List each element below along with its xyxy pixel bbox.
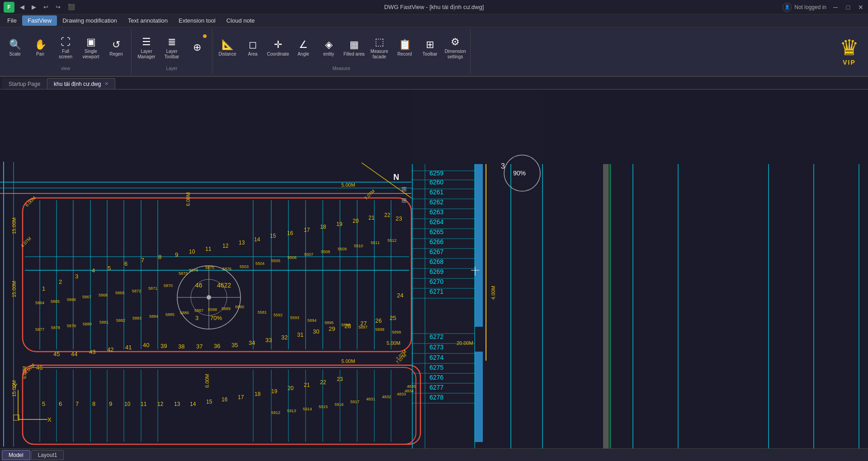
tab-close-icon[interactable]: ✕ [104,81,108,87]
svg-text:40: 40 [143,342,149,348]
quick-btn-redo[interactable]: ↪ [54,3,62,11]
layer-manager-label: LayerManager [137,49,155,60]
entity-label: entity [323,52,334,57]
filled-area-icon: ▦ [349,40,359,50]
coordinate-icon: ✛ [274,40,282,50]
layout-tab-model-label: Model [9,452,24,458]
menu-fastview[interactable]: FastView [22,15,57,26]
app-logo: F [4,2,14,13]
svg-text:6268: 6268 [429,258,443,265]
entity-button[interactable]: ◈ entity [316,33,341,64]
area-button[interactable]: ◻ Area [241,33,265,64]
menu-file[interactable]: File [2,15,22,26]
measure-group-label: Measure [333,66,350,71]
layout-tab-layout1[interactable]: Layout1 [31,450,64,460]
close-button[interactable]: ✕ [857,4,864,11]
svg-text:5870: 5870 [164,283,173,288]
layer-manager-icon: ☰ [142,37,151,47]
regen-button[interactable]: ↺ Regen [104,33,128,64]
svg-text:5878: 5878 [51,325,60,330]
regen-icon: ↺ [112,40,120,50]
svg-text:6275: 6275 [429,364,443,371]
svg-text:4834: 4834 [405,389,414,393]
dimension-settings-button[interactable]: ⚙ Dimensionsettings [443,33,467,64]
record-button[interactable]: 📋 Record [392,33,417,64]
svg-text:5898: 5898 [375,327,384,332]
distance-button[interactable]: 📐 Distance [215,33,240,64]
svg-text:6266: 6266 [429,238,443,245]
distance-icon: 📐 [222,40,234,50]
angle-button[interactable]: ∠ Angle [291,33,316,64]
svg-text:6: 6 [124,260,127,267]
svg-text:13: 13 [239,240,245,246]
record-icon: 📋 [399,40,411,50]
svg-text:11: 11 [141,401,147,407]
svg-text:5: 5 [108,265,111,272]
layer-toolbar-button[interactable]: ≣ LayerToolbar [160,33,184,64]
svg-text:5880: 5880 [83,322,92,326]
svg-text:10: 10 [189,249,195,255]
svg-text:22: 22 [320,379,326,386]
toolbar-group-view: 🔍 Scale ✋ Pan ⛶ Fullscreen ▣ Singleviewp… [0,29,132,74]
svg-text:15.00M: 15.00M [11,217,17,234]
svg-text:37: 37 [196,343,203,350]
svg-text:8: 8 [92,400,95,407]
svg-text:26: 26 [375,317,382,324]
maximize-button[interactable]: □ [844,4,852,11]
svg-text:5873: 5873 [179,271,188,276]
layer-manager-button[interactable]: ☰ LayerManager [134,33,159,64]
svg-text:15: 15 [206,399,212,405]
quick-btn-back[interactable]: ◀ [18,3,26,11]
svg-text:5890: 5890 [235,305,244,309]
filled-area-label: Filled area [344,52,365,57]
svg-text:16: 16 [222,396,228,403]
layout-tab-model[interactable]: Model [2,450,30,460]
svg-text:38: 38 [178,343,184,350]
tab-startup[interactable]: Startup Page [2,78,47,89]
svg-text:5: 5 [42,400,45,407]
tab-file[interactable]: khu tái định cư.dwg ✕ [47,78,115,89]
svg-text:24: 24 [397,292,403,299]
svg-text:9: 9 [175,251,178,258]
measure-facade-button[interactable]: ⬚ Measurefacade [367,33,392,64]
menu-text-annotation[interactable]: Text annotation [123,15,173,26]
fullscreen-button[interactable]: ⛶ Fullscreen [53,33,78,64]
svg-text:46: 46 [195,282,203,289]
pan-button[interactable]: ✋ Pan [28,33,52,64]
svg-text:5.00M: 5.00M [341,182,355,188]
svg-text:14: 14 [190,401,196,407]
toolbar-btn-button[interactable]: ⊞ Toolbar [418,33,442,64]
svg-text:6276: 6276 [429,374,443,381]
menu-extension-tool[interactable]: Extension tool [173,15,221,26]
entity-icon: ◈ [325,40,333,50]
scale-button[interactable]: 🔍 Scale [3,33,27,64]
filled-area-button[interactable]: ▦ Filled area [342,33,366,64]
coordinate-label: Coordinate [267,52,289,57]
svg-text:21: 21 [368,215,375,221]
svg-text:17: 17 [304,227,310,233]
svg-text:29: 29 [329,325,335,332]
quick-btn-undo[interactable]: ↩ [42,3,50,11]
svg-text:6.00M: 6.00M [204,374,210,388]
svg-text:4832: 4832 [382,395,391,399]
layer-extra-button[interactable]: ⊕ [185,33,209,64]
menu-drawing-modification[interactable]: Drawing modification [57,15,123,26]
record-label: Record [397,52,412,57]
single-viewport-button[interactable]: ▣ Singleviewport [79,33,103,64]
quick-btn-save[interactable]: ⬛ [66,3,77,11]
svg-text:19: 19 [271,388,278,395]
svg-text:42: 42 [107,346,113,353]
minimize-button[interactable]: ─ [832,4,839,11]
svg-text:6271: 6271 [429,288,443,295]
toolbar-btn-label: Toolbar [423,52,438,57]
drawing-area[interactable]: 1 2 3 4 5 6 7 8 9 10 11 12 13 14 15 16 1… [0,89,868,448]
menu-cloud-note[interactable]: Cloud note [221,15,260,26]
coordinate-button[interactable]: ✛ Coordinate [266,33,290,64]
svg-text:4831: 4831 [366,397,375,401]
svg-text:34: 34 [249,339,255,346]
area-label: Area [248,52,257,57]
svg-text:N: N [393,173,399,182]
quick-btn-forward[interactable]: ▶ [30,3,38,11]
svg-text:41: 41 [125,344,132,351]
svg-rect-29 [475,352,483,442]
